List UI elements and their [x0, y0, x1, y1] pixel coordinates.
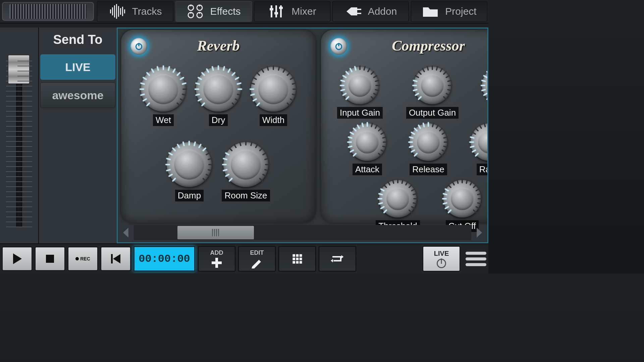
svg-rect-45	[300, 261, 302, 264]
waveform-icon	[109, 3, 126, 19]
master-fader-strip	[0, 27, 39, 243]
knob-label: Wet	[153, 114, 174, 126]
svg-rect-6	[122, 7, 123, 16]
knob-dial[interactable]	[414, 67, 451, 104]
svg-rect-2	[114, 5, 115, 17]
loop-button[interactable]	[319, 246, 356, 272]
knob-dial[interactable]	[379, 180, 417, 218]
svg-rect-40	[292, 258, 295, 260]
nav-label: Project	[445, 6, 476, 17]
knob-dial[interactable]	[251, 67, 296, 112]
live-label: LIVE	[434, 250, 449, 257]
power-icon	[437, 259, 446, 268]
stop-button[interactable]	[35, 247, 65, 271]
knob-label: Input Gain	[337, 107, 383, 119]
svg-rect-37	[292, 254, 295, 257]
knob-label: Dry	[209, 114, 228, 126]
plug-icon	[344, 3, 362, 19]
play-icon	[10, 252, 24, 265]
play-button[interactable]	[2, 247, 32, 271]
knob-dial[interactable]	[341, 67, 379, 104]
nav-label: Effects	[210, 6, 240, 17]
knob-label: Attack	[353, 164, 382, 175]
nav-tab-mixer[interactable]: Mixer	[254, 1, 330, 22]
knob-dial[interactable]	[410, 123, 447, 161]
nav-tab-effects[interactable]: Effects	[175, 1, 252, 22]
send-item-awesome[interactable]: awesome	[40, 82, 115, 108]
svg-rect-31	[46, 255, 54, 263]
svg-rect-35	[212, 261, 222, 264]
fader-track[interactable]	[16, 56, 22, 227]
svg-marker-28	[123, 228, 128, 237]
svg-rect-17	[275, 5, 277, 17]
knob-label: Width	[260, 114, 287, 126]
svg-rect-5	[120, 8, 121, 15]
scroll-left-button[interactable]	[118, 225, 134, 240]
send-item-live[interactable]: LIVE	[40, 54, 115, 80]
svg-rect-3	[116, 4, 117, 19]
svg-marker-29	[477, 228, 482, 237]
scroll-right-button[interactable]	[471, 225, 487, 240]
rec-label: REC	[75, 256, 90, 261]
svg-rect-23	[357, 13, 361, 14]
fx-card-reverb: ReverbWetDryWidthDampRoom Size	[121, 30, 316, 223]
knob-dial[interactable]	[141, 67, 186, 112]
knob-label: Output Gain	[406, 107, 459, 119]
svg-rect-42	[300, 258, 302, 260]
svg-rect-38	[296, 254, 299, 257]
knob-dial[interactable]	[443, 180, 481, 218]
transport-bar: REC 00:00:00 ADD EDIT LIVE	[0, 243, 488, 274]
svg-rect-20	[274, 12, 278, 14]
knob-input-gain: Input Gain	[337, 67, 383, 119]
send-item-label: awesome	[52, 89, 103, 102]
live-button[interactable]: LIVE	[423, 246, 460, 272]
record-button[interactable]: REC	[68, 247, 98, 271]
svg-rect-19	[270, 8, 273, 10]
knob-dial[interactable]	[196, 67, 241, 112]
effects-area: ReverbWetDryWidthDampRoom SizeCompressor…	[117, 27, 488, 243]
knob-width: Width	[251, 67, 296, 126]
svg-rect-4	[118, 6, 119, 17]
knob-dial[interactable]	[167, 142, 212, 187]
knob-dial[interactable]	[482, 67, 488, 104]
app-logo	[2, 2, 94, 21]
svg-marker-36	[252, 260, 261, 268]
add-label: ADD	[210, 249, 223, 256]
scroll-thumb[interactable]	[177, 226, 254, 239]
knob-dial[interactable]	[471, 123, 488, 161]
pencil-icon	[250, 257, 264, 268]
svg-rect-39	[300, 254, 302, 257]
svg-rect-22	[357, 9, 361, 10]
svg-rect-44	[296, 261, 299, 264]
nav-label: Mixer	[291, 6, 316, 17]
knob-ratio: Ratio	[471, 123, 488, 175]
scroll-bar[interactable]	[134, 225, 471, 240]
add-button[interactable]: ADD	[198, 246, 235, 272]
knob-dry: Dry	[196, 67, 241, 126]
nav-tab-tracks[interactable]: Tracks	[97, 1, 173, 22]
fx-title: Reverb	[121, 37, 316, 54]
folder-icon	[422, 3, 439, 19]
skip-back-button[interactable]	[101, 247, 131, 271]
nav-tab-addon[interactable]: Addon	[332, 1, 409, 22]
knob-dial[interactable]	[348, 123, 386, 161]
svg-rect-41	[296, 258, 299, 260]
fader-handle[interactable]	[8, 55, 30, 84]
plus-icon	[210, 257, 223, 268]
fx-card-compressor: CompressorInput GainOutput GainWetAttack…	[321, 30, 488, 223]
loop-icon	[331, 253, 344, 264]
knob-wet: Wet	[141, 67, 186, 126]
edit-button[interactable]: EDIT	[238, 246, 276, 272]
svg-rect-1	[112, 7, 113, 15]
knob-dial[interactable]	[223, 142, 268, 187]
nav-tab-project[interactable]: Project	[411, 1, 487, 22]
knob-label: Damp	[175, 190, 204, 201]
send-to-panel: Send To LIVE awesome	[39, 27, 117, 243]
svg-rect-21	[279, 7, 283, 9]
grid-button[interactable]	[278, 246, 316, 272]
stop-icon	[43, 252, 57, 265]
svg-marker-33	[113, 254, 120, 263]
timecode-display: 00:00:00	[133, 246, 195, 272]
hamburger-menu[interactable]	[466, 248, 486, 269]
mixer-icon	[268, 3, 285, 19]
